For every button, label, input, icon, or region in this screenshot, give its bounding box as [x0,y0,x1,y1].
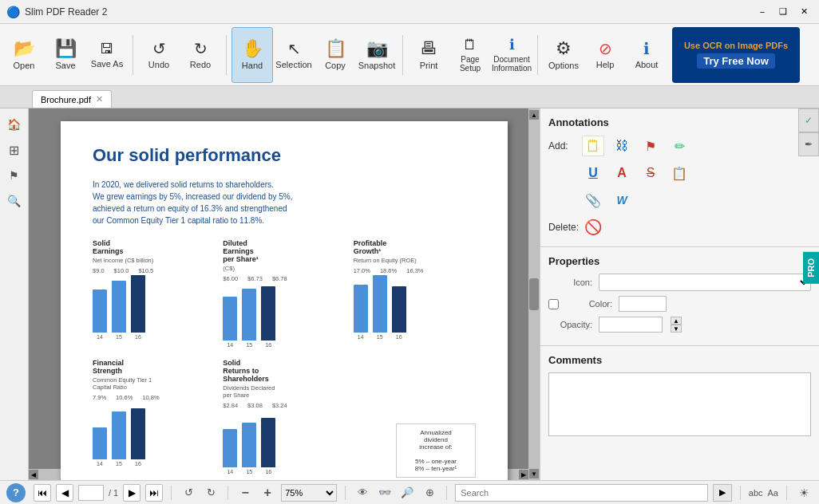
vertical-scrollbar[interactable]: ▲ ▼ [528,108,540,480]
print-label: Print [420,61,438,70]
minimize-button[interactable]: − [754,3,771,21]
first-page-button[interactable]: ⏮ [34,484,51,502]
chart2-title: DilutedEarningsper Share¹ [223,239,345,263]
ocr-bottom-text: Try Free Now [697,53,775,69]
help-circle-button[interactable]: ? [6,483,26,502]
about-button[interactable]: ℹ About [626,27,667,83]
annotations-delete-row: Delete: 🚫 [548,216,811,238]
status-undo-button[interactable]: ↺ [180,484,197,502]
history-tools-group: ↺ Undo ↻ Redo [138,27,221,83]
strikethrough-ann-icon[interactable]: S [639,162,662,184]
right-panel: PRO ✓ ✒ Annotations Add: 🗒 ⛓ ⚑ ✏ [540,108,819,480]
restore-button[interactable]: ❑ [774,3,792,21]
color-swatch[interactable] [619,296,667,312]
sticky-note-icon[interactable]: 🗒 [582,136,604,156]
annotations-title: Annotations [548,116,811,128]
view-icon-1[interactable]: 👁 [354,484,371,502]
open-button[interactable]: 📂 Open [3,27,45,83]
icon-prop-select[interactable] [599,274,811,291]
search-input[interactable] [455,484,708,502]
chart4-bars: 14 15 16 [93,403,215,467]
chart2-subtitle: (C$) [223,265,345,272]
close-button[interactable]: ✕ [795,3,813,21]
save-button[interactable]: 💾 Save [45,27,86,83]
undo-button[interactable]: ↺ Undo [138,27,180,83]
brightness-icon[interactable]: ☀ [795,484,813,502]
current-page-input[interactable]: 1 [78,485,104,501]
doc-info-icon: ℹ [509,37,515,52]
help-button[interactable]: ⊘ Help [584,27,626,83]
opacity-up[interactable]: ▲ [671,317,682,325]
pdf-tab[interactable]: Brochure.pdf ✕ [32,90,112,108]
zoom-select[interactable]: 75% 50% 100% 125% 150% [281,484,337,502]
opacity-down[interactable]: ▼ [671,325,682,333]
help-icon: ⊘ [599,41,612,57]
open-icon: 📂 [14,40,35,57]
copy-button[interactable]: 📋 Copy [315,27,356,83]
page-setup-icon: 🗒 [463,37,477,52]
color-checkbox[interactable] [548,299,559,309]
chart1-values: $9.0$10.0$10.5 [93,267,215,274]
pro-badge[interactable]: PRO [803,252,819,284]
selection-button[interactable]: ↖ Selection [273,27,315,83]
doc-info-button[interactable]: ℹ Document Information [491,27,532,83]
pdf-viewer[interactable]: ▲ ▼ ◀ ▶ Our solid performance In 2020, w… [29,108,540,480]
pdf-body: In 2020, we delivered solid returns to s… [93,179,460,226]
last-page-button[interactable]: ⏭ [145,484,163,502]
ocr-banner[interactable]: Use OCR on Image PDFs Try Free Now [672,27,800,83]
color-prop-label: Color: [568,299,612,309]
zoom-in-button[interactable]: + [259,484,276,502]
sidebar-pages[interactable]: ⊞ [3,139,26,161]
sidebar-bookmarks[interactable]: ⚑ [3,164,26,187]
save-as-button[interactable]: 🖫 Save As [86,27,128,83]
hand-button[interactable]: ✋ Hand [231,27,273,83]
zoom-out-button[interactable]: − [236,484,254,502]
aa-label: Aa [768,488,778,498]
search-go-button[interactable]: ▶ [713,484,732,502]
opacity-input[interactable]: 100 % [599,317,663,333]
selection-icon: ↖ [287,41,301,57]
chart-financial-strength: FinancialStrength Common Equity Tier 1Ca… [93,359,215,478]
page-setup-button[interactable]: 🗒 Page Setup [449,27,491,83]
highlight-icon[interactable]: ✏ [668,135,690,157]
redo-button[interactable]: ↻ Redo [180,27,221,83]
snapshot-icon: 📷 [366,40,388,57]
save-as-icon: 🖫 [100,41,114,56]
clip-icon[interactable]: 📎 [582,189,604,211]
text-ann-icon[interactable]: A [611,162,633,184]
comments-textarea[interactable] [548,372,811,436]
right-check-icon[interactable]: ✓ [798,108,819,132]
chart2-values: $6.00$6.73$6.78 [223,275,345,282]
underline-ann-icon[interactable]: U [582,162,604,184]
snapshot-button[interactable]: 📷 Snapshot [356,27,398,83]
comments-section: Comments [540,346,819,480]
left-sidebar: 🏠 ⊞ ⚑ 🔍 [0,108,29,480]
tab-close-icon[interactable]: ✕ [96,94,103,104]
status-redo-button[interactable]: ↻ [202,484,220,502]
annotations-section: Annotations Add: 🗒 ⛓ ⚑ ✏ U A S 📋 [540,108,819,247]
options-button[interactable]: ⚙ Options [543,27,584,83]
view-icon-2[interactable]: 👓 [376,484,394,502]
hand-icon: ✋ [242,40,263,57]
chart3-title: ProfitableGrowth¹ [354,239,476,255]
print-button[interactable]: 🖶 Print [408,27,449,83]
sidebar-home[interactable]: 🏠 [3,113,26,136]
title-bar-controls: − ❑ ✕ [754,3,813,21]
sidebar-search[interactable]: 🔍 [3,190,26,212]
delete-icon[interactable]: 🚫 [582,216,604,238]
chart5-values: $2.84$3.08$3.24 [223,402,345,409]
right-pen-icon[interactable]: ✒ [798,132,819,156]
next-page-button[interactable]: ▶ [123,484,140,502]
page-setup-label: Page Setup [451,55,489,73]
side-note-icon[interactable]: 📋 [668,162,690,184]
main-area: 🏠 ⊞ ⚑ 🔍 ▲ ▼ ◀ ▶ Our solid performance In… [0,108,819,480]
link-icon[interactable]: ⛓ [611,135,633,157]
icon-prop-row: Icon: [548,274,811,291]
redo-icon: ↻ [194,41,208,57]
view-icon-3[interactable]: 🔎 [398,484,416,502]
right-fixed-icons: ✓ ✒ [798,108,819,156]
stamp-icon[interactable]: ⚑ [639,135,662,157]
view-icon-4[interactable]: ⊕ [421,484,438,502]
watermark-icon[interactable]: W [611,189,633,211]
prev-page-button[interactable]: ◀ [56,484,73,502]
